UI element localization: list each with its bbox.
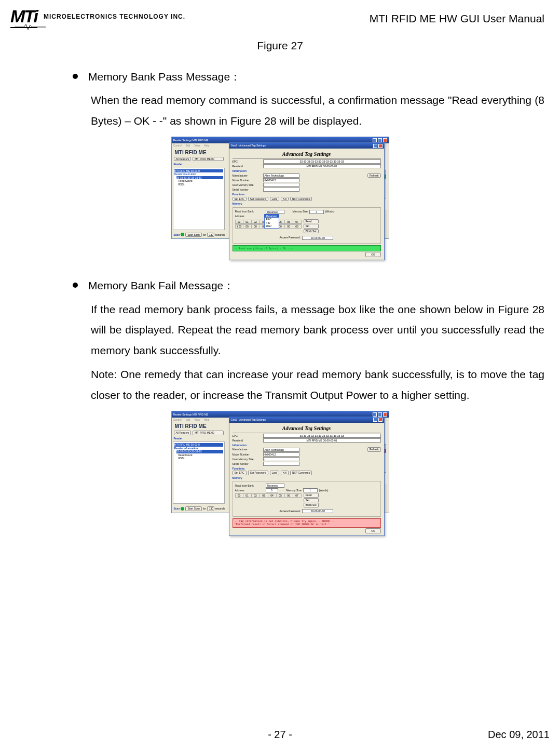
menu-edit[interactable]: Edit [186,418,190,422]
dialog-close-icon[interactable] [378,418,383,422]
menu-control[interactable]: Control [173,144,182,148]
ok-button[interactable]: OK [365,252,380,257]
memory-size-label: Memory Size [286,489,302,492]
epc-value: 33-33-33-33-33-33-33-33-33-33-33-33 [263,434,381,438]
dialog-close-icon[interactable] [378,144,383,148]
memory-size-input[interactable]: 4 [309,210,324,214]
memory-extra-row[interactable] [235,229,302,234]
address-label: Address [235,215,264,218]
readerid-label: ReaderId [233,165,262,168]
menu-view[interactable]: View [194,144,200,148]
read-button[interactable]: Read [304,219,319,224]
bank-dropdown[interactable]: Reserved [266,210,284,214]
figure-27-caption: Figure 27 [16,36,544,55]
reader-tree[interactable]: MTI RFID ME 00-00-0 Reader Information 3… [173,168,225,230]
read-from-bank-label: Read from Bank [235,484,264,488]
dcell[interactable]: 00 [243,224,252,229]
bullet-fail-message: Memory Bank Fail Message： [73,276,544,295]
dcell[interactable]: 1 00 [235,224,243,229]
kill-button[interactable]: Kill [281,197,289,202]
logo-mark-icon: MTi [10,10,37,23]
bullet-pass-title: Memory Bank Pass Message： [88,68,241,86]
dialog-help-icon[interactable] [373,418,377,422]
serial-value [263,462,299,466]
access-password-input[interactable]: 00-00-00-00 [302,509,333,513]
hcell: 06 [285,493,293,498]
refresh-button[interactable]: Refresh [367,173,381,178]
hcell: 07 [293,493,302,498]
dcell[interactable]: 00 [285,224,293,229]
menu-control[interactable]: Control [173,418,182,422]
memory-empty-area[interactable] [235,498,302,507]
block-set-button[interactable]: Block Set [304,503,319,507]
set-epc-button[interactable]: Set EPC [233,197,247,202]
lock-button[interactable]: Lock [270,197,280,202]
block-set-button[interactable]: Block Set [304,229,319,234]
memory-group-2: Read from Bank Reserved Address 0 Memory… [233,481,381,517]
main-window-title: Reader Settings MTI RFID ME [173,139,209,142]
hcell: 05 [277,493,285,498]
advanced-tag-settings-dialog-2: Gen2 - Advanced Tag Settings Advanced Ta… [229,417,385,537]
address-input[interactable]: 0 [266,488,278,492]
epc-label: EPC [233,434,262,438]
seconds-label: seconds [215,233,225,237]
set-password-button[interactable]: Set Password [248,471,268,475]
menu-view[interactable]: View [194,418,200,422]
lock-button[interactable]: Lock [270,471,280,475]
scan-section-label: Scan [174,233,180,237]
start-scan-button[interactable]: Start Scan [185,506,201,511]
usermem-label: User Memory Size [233,458,262,461]
epc-label: EPC [233,160,262,164]
memory-size-input[interactable]: 1 [303,488,318,492]
reader-select[interactable]: MTI RFID ME 00 [193,157,224,162]
seconds-input[interactable]: 130 [207,233,214,237]
dcell[interactable]: 00 [252,224,260,229]
bullet-icon [73,74,78,79]
seconds-input[interactable]: 130 [207,506,214,511]
set-button[interactable]: Set [304,224,319,229]
nxp-command-button[interactable]: NXP Command [290,471,312,475]
maximize-icon[interactable] [378,138,382,142]
close-icon[interactable] [383,138,387,142]
bank-dropdown[interactable]: Reserved [266,484,284,488]
set-password-button[interactable]: Set Password [248,197,268,202]
refresh-button[interactable]: Refresh [367,447,381,452]
page-footer: - 27 - Dec 09, 2011 [0,729,560,741]
reader-select[interactable]: MTI RFID ME 00 [193,431,224,435]
kill-button[interactable]: Kill [281,471,289,475]
readerid-label: ReaderId [233,439,262,443]
set-epc-button[interactable]: Set EPC [233,471,247,475]
company-name: MICROELECTRONICS TECHNOLOGY INC. [44,13,185,20]
dropdown-opt-user[interactable]: User [265,224,279,228]
minimize-icon[interactable] [373,138,377,142]
ok-button[interactable]: OK [365,528,380,533]
access-password-input[interactable]: 00-00-00-00 [302,236,333,240]
for-label: for [203,233,206,237]
manufacturer-label: Manufacturer [233,448,262,451]
nxp-command-button[interactable]: NXP Command [290,197,312,202]
dialog-help-icon[interactable] [373,144,377,148]
read-button[interactable]: Read [304,493,319,498]
memory-group: Read from Bank Reserved Memory Size 4 (W… [233,207,381,244]
readerid-value: MTI RFID ME 00-00-00-01 [263,164,381,168]
page-number: - 27 - [104,729,456,741]
close-icon[interactable] [383,412,387,417]
status-error-line2: 'Performed result of Select command of I… [235,523,379,526]
hcell: 03 [260,493,268,498]
menu-edit[interactable]: Edit [186,144,190,148]
dcell[interactable]: 00 [293,224,302,229]
for-label: for [203,507,206,511]
all-readers-button[interactable]: All Readers [174,157,192,162]
start-scan-button[interactable]: Start Scan [185,233,201,237]
maximize-icon[interactable] [378,412,382,417]
menu-help[interactable]: Help [204,418,209,422]
words-label: (Words) [319,489,329,492]
minimize-icon[interactable] [373,412,377,417]
set-button[interactable]: Set [304,498,319,503]
memory-size-label: Memory Size [293,210,308,213]
reader-tree-2[interactable]: MTI RFID ME 00-00-0 Reader Information 3… [173,441,225,504]
menu-help[interactable]: Help [204,144,209,148]
bullet-icon [73,283,78,288]
dialog-title: Gen2 - Advanced Tag Settings [231,144,266,148]
all-readers-button[interactable]: All Readers [174,431,192,435]
